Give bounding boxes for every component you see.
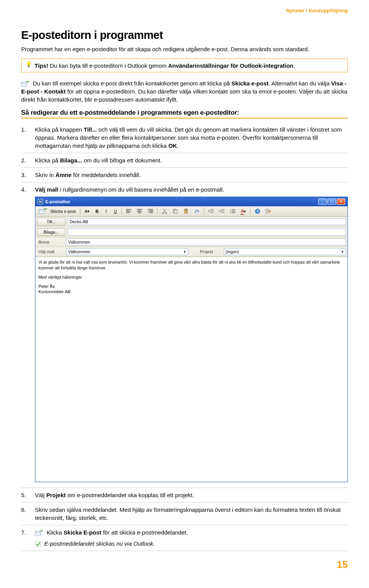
email-send-icon [39, 208, 47, 214]
svg-point-10 [230, 212, 231, 213]
help-button[interactable]: ? [253, 207, 262, 215]
app-icon: M [38, 199, 43, 204]
bullet-list-button[interactable] [228, 207, 237, 215]
svg-point-9 [230, 211, 231, 212]
subject-label: Ämne [37, 239, 64, 245]
svg-text:?: ? [257, 209, 259, 213]
toolbar-separator [250, 208, 251, 215]
svg-point-8 [230, 209, 231, 210]
toolbar-separator [204, 208, 204, 215]
exit-button[interactable] [264, 207, 273, 215]
subject-row: Ämne [35, 237, 347, 247]
tip-text: Tips! Du kan byta till e-posteditorn i O… [35, 62, 295, 69]
template-project-row: Välj mall Välkommen ▾ Projekt (Ingen) ▾ [35, 247, 347, 257]
titlebar: M E-posteditor _ ▢ ✕ [35, 197, 347, 206]
font-dropdown-button[interactable]: A▾ [83, 207, 91, 215]
italic-button[interactable]: I [102, 207, 110, 215]
to-row: Till... [35, 217, 347, 227]
steps-heading: Så redigerar du ett e-postmeddelande i p… [21, 109, 348, 119]
svg-rect-5 [175, 210, 177, 213]
send-email-label: Skicka e-post [50, 209, 76, 214]
copy-button[interactable] [171, 207, 180, 215]
chevron-down-icon: ▾ [339, 249, 346, 255]
font-color-button[interactable]: A▾ [239, 207, 248, 215]
step-3: Skriv in Ämne för meddelandets innehåll. [21, 168, 348, 182]
check-icon [35, 541, 41, 547]
template-dropdown[interactable]: Välkommen ▾ [66, 248, 188, 255]
step-4: Välj mall i rullgardinsmenyn om du vill … [21, 182, 348, 488]
steps-list: Klicka på knappen Till... och välj till … [21, 122, 348, 551]
paste-button[interactable] [181, 207, 191, 215]
subject-field[interactable] [66, 239, 346, 246]
toolbar-separator [121, 208, 122, 215]
toolbar-separator [157, 208, 158, 215]
tip-box: Tips! Du kan byta till e-posteditorn i O… [21, 58, 348, 72]
to-button[interactable]: Till... [37, 218, 65, 226]
email-send-icon [21, 81, 30, 87]
align-center-button[interactable] [135, 207, 144, 215]
page-number: 15 [21, 559, 348, 571]
template-value: Välkommen [68, 249, 90, 255]
step-6: Skriv sedan själva meddelandet. Med hjäl… [21, 503, 348, 525]
svg-rect-7 [185, 209, 187, 210]
intro-paragraph: Programmet har en egen e-posteditor för … [21, 45, 348, 53]
toolbar-separator [80, 208, 80, 215]
align-left-button[interactable] [124, 207, 133, 215]
attachment-field[interactable] [68, 229, 346, 236]
undo-button[interactable] [192, 207, 201, 215]
step-7-note: E-postmeddelandet skickas nu via Outlook… [44, 540, 155, 547]
align-right-button[interactable] [146, 207, 155, 215]
chevron-down-icon: ▾ [182, 249, 188, 255]
close-button[interactable]: ✕ [337, 199, 345, 205]
step-2: Klicka på Bilaga... om du vill bifoga et… [21, 153, 348, 168]
step-5: Välj Projekt om e-postmeddelandet ska ko… [21, 488, 348, 503]
step-1: Klicka på knappen Till... och välj till … [21, 122, 348, 153]
template-label: Välj mall [37, 249, 64, 255]
project-value: (Ingen) [226, 249, 239, 255]
message-body[interactable]: Vi är glada för att ni har valt oss som … [35, 257, 347, 482]
toolbar: Skicka e-post A▾ B I U [35, 206, 347, 217]
page-title: E-posteditorn i programmet [21, 29, 348, 42]
body-paragraph: Vi är glada för att ni har valt oss som … [38, 259, 344, 271]
body-signature-greeting: Med vänliga hälsningar [38, 274, 344, 280]
body-signature-name: Peter Ås [38, 284, 344, 289]
attachment-row: Bilaga... [35, 227, 347, 237]
section-header: Nyheter i kunduppföljning [21, 8, 348, 13]
minimize-button[interactable]: _ [318, 199, 327, 205]
maximize-button[interactable]: ▢ [327, 199, 336, 205]
window-title: E-posteditor [45, 199, 70, 205]
email-send-icon [35, 530, 43, 536]
cut-button[interactable] [160, 207, 169, 215]
indent-increase-button[interactable] [217, 207, 226, 215]
body-signature-company: Kontormöbler AB [38, 289, 344, 294]
project-dropdown[interactable]: (Ingen) ▾ [224, 248, 346, 255]
project-label: Projekt [198, 249, 221, 255]
step-7: Klicka Skicka E-post för att skicka e-po… [21, 525, 348, 551]
email-editor-window: M E-posteditor _ ▢ ✕ Skicka e-post [35, 197, 348, 482]
bold-button[interactable]: B [93, 207, 101, 215]
info-paragraph: Du kan till exempel skicka e-post direkt… [21, 79, 348, 104]
underline-button[interactable]: U [111, 207, 119, 215]
send-email-button[interactable]: Skicka e-post [37, 207, 78, 215]
lightbulb-icon [25, 62, 32, 69]
to-field[interactable] [68, 218, 346, 225]
attachment-button[interactable]: Bilaga... [37, 228, 65, 236]
indent-decrease-button[interactable] [206, 207, 216, 215]
